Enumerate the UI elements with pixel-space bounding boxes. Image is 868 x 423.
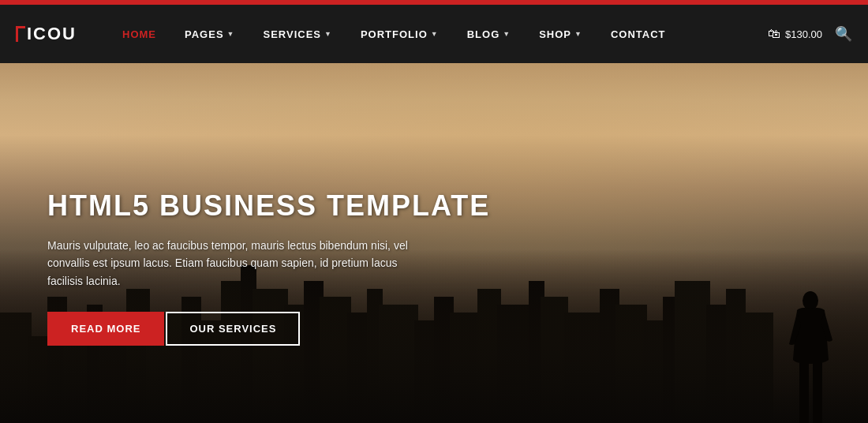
logo-bracket-icon xyxy=(16,26,25,42)
nav-item-shop[interactable]: SHOP ▼ xyxy=(525,5,597,63)
read-more-button[interactable]: READ MORE xyxy=(47,312,164,346)
our-services-button[interactable]: OUR SERVICES xyxy=(166,312,300,346)
chevron-down-icon: ▼ xyxy=(574,30,582,38)
chevron-down-icon: ▼ xyxy=(227,30,235,38)
hero-section: HTML5 BUSINESS TEMPLATE Mauris vulputate… xyxy=(0,63,868,423)
svg-point-36 xyxy=(803,291,818,310)
nav-item-pages[interactable]: PAGES ▼ xyxy=(170,5,249,63)
cart-amount: $130.00 xyxy=(785,28,822,40)
hero-title: HTML5 BUSINESS TEMPLATE xyxy=(47,189,490,223)
chevron-down-icon: ▼ xyxy=(431,30,439,38)
hero-buttons: READ MORE OUR SERVICES xyxy=(47,312,490,346)
logo[interactable]: ICOU xyxy=(16,24,77,44)
nav-menu: HOME PAGES ▼ SERVICES ▼ PORTFOLIO ▼ BLOG… xyxy=(108,5,768,63)
nav-item-home[interactable]: HOME xyxy=(108,5,170,63)
nav-item-portfolio[interactable]: PORTFOLIO ▼ xyxy=(346,5,453,63)
figure-silhouette xyxy=(785,289,836,423)
logo-text: ICOU xyxy=(27,24,77,44)
hero-content: HTML5 BUSINESS TEMPLATE Mauris vulputate… xyxy=(47,189,490,346)
cart-icon: 🛍 xyxy=(768,27,780,41)
nav-item-blog[interactable]: BLOG ▼ xyxy=(453,5,525,63)
search-icon[interactable]: 🔍 xyxy=(835,25,852,43)
navbar: ICOU HOME PAGES ▼ SERVICES ▼ PORTFOLIO ▼… xyxy=(0,5,868,63)
nav-item-contact[interactable]: CONTACT xyxy=(597,5,680,63)
svg-rect-37 xyxy=(799,360,809,423)
nav-right-controls: 🛍 $130.00 🔍 xyxy=(768,25,852,43)
cart-button[interactable]: 🛍 $130.00 xyxy=(768,27,822,41)
chevron-down-icon: ▼ xyxy=(324,30,332,38)
nav-item-services[interactable]: SERVICES ▼ xyxy=(249,5,346,63)
svg-rect-38 xyxy=(813,360,822,423)
hero-description: Mauris vulputate, leo ac faucibus tempor… xyxy=(47,237,426,290)
chevron-down-icon: ▼ xyxy=(503,30,511,38)
